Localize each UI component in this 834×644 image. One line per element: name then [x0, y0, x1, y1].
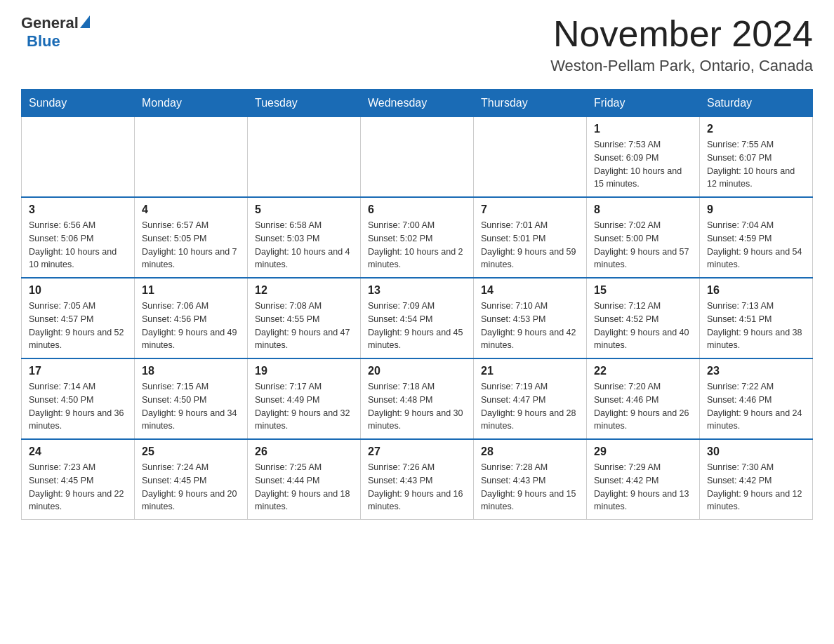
calendar-header-row: SundayMondayTuesdayWednesdayThursdayFrid…: [22, 90, 813, 117]
day-info: Sunrise: 7:53 AMSunset: 6:09 PMDaylight:…: [594, 138, 692, 191]
location-title: Weston-Pellam Park, Ontario, Canada: [550, 57, 813, 75]
day-info: Sunrise: 7:19 AMSunset: 4:47 PMDaylight:…: [481, 380, 579, 433]
day-number: 17: [29, 365, 127, 377]
calendar-table: SundayMondayTuesdayWednesdayThursdayFrid…: [21, 89, 813, 520]
day-cell: 30Sunrise: 7:30 AMSunset: 4:42 PMDayligh…: [700, 439, 813, 520]
day-cell: 7Sunrise: 7:01 AMSunset: 5:01 PMDaylight…: [474, 197, 587, 278]
header-saturday: Saturday: [700, 90, 813, 117]
day-number: 29: [594, 445, 692, 458]
day-info: Sunrise: 7:05 AMSunset: 4:57 PMDaylight:…: [29, 300, 127, 352]
day-info: Sunrise: 7:15 AMSunset: 4:50 PMDaylight:…: [142, 380, 240, 433]
day-number: 21: [481, 365, 579, 377]
day-cell: 26Sunrise: 7:25 AMSunset: 4:44 PMDayligh…: [248, 439, 361, 520]
day-cell: 1Sunrise: 7:53 AMSunset: 6:09 PMDaylight…: [587, 117, 700, 198]
day-number: 26: [255, 445, 353, 458]
day-info: Sunrise: 7:55 AMSunset: 6:07 PMDaylight:…: [707, 138, 805, 191]
day-cell: 21Sunrise: 7:19 AMSunset: 4:47 PMDayligh…: [474, 358, 587, 439]
day-number: 30: [707, 445, 805, 458]
day-info: Sunrise: 7:10 AMSunset: 4:53 PMDaylight:…: [481, 300, 579, 352]
day-info: Sunrise: 7:17 AMSunset: 4:49 PMDaylight:…: [255, 380, 353, 433]
logo-blue-text: Blue: [27, 32, 60, 50]
day-number: 13: [368, 284, 466, 297]
day-number: 1: [594, 123, 692, 135]
day-cell: 12Sunrise: 7:08 AMSunset: 4:55 PMDayligh…: [248, 278, 361, 358]
day-number: 24: [29, 445, 127, 458]
day-number: 25: [142, 445, 240, 458]
day-info: Sunrise: 7:26 AMSunset: 4:43 PMDaylight:…: [368, 461, 466, 514]
header-wednesday: Wednesday: [361, 90, 474, 117]
day-info: Sunrise: 7:25 AMSunset: 4:44 PMDaylight:…: [255, 461, 353, 514]
day-cell: 5Sunrise: 6:58 AMSunset: 5:03 PMDaylight…: [248, 197, 361, 278]
day-info: Sunrise: 7:18 AMSunset: 4:48 PMDaylight:…: [368, 380, 466, 433]
day-cell: 24Sunrise: 7:23 AMSunset: 4:45 PMDayligh…: [22, 439, 135, 520]
day-cell: 14Sunrise: 7:10 AMSunset: 4:53 PMDayligh…: [474, 278, 587, 358]
day-info: Sunrise: 7:20 AMSunset: 4:46 PMDaylight:…: [594, 380, 692, 433]
day-cell: 9Sunrise: 7:04 AMSunset: 4:59 PMDaylight…: [700, 197, 813, 278]
day-cell: 17Sunrise: 7:14 AMSunset: 4:50 PMDayligh…: [22, 358, 135, 439]
day-cell: 19Sunrise: 7:17 AMSunset: 4:49 PMDayligh…: [248, 358, 361, 439]
day-cell: [248, 117, 361, 198]
day-number: 9: [707, 203, 805, 216]
day-number: 22: [594, 365, 692, 377]
day-number: 7: [481, 203, 579, 216]
day-info: Sunrise: 7:02 AMSunset: 5:00 PMDaylight:…: [594, 219, 692, 271]
day-number: 5: [255, 203, 353, 216]
day-info: Sunrise: 7:23 AMSunset: 4:45 PMDaylight:…: [29, 461, 127, 514]
logo-general-text: General: [21, 14, 79, 32]
day-info: Sunrise: 7:00 AMSunset: 5:02 PMDaylight:…: [368, 219, 466, 271]
week-row-4: 17Sunrise: 7:14 AMSunset: 4:50 PMDayligh…: [22, 358, 813, 439]
day-cell: 16Sunrise: 7:13 AMSunset: 4:51 PMDayligh…: [700, 278, 813, 358]
day-cell: 2Sunrise: 7:55 AMSunset: 6:07 PMDaylight…: [700, 117, 813, 198]
header-thursday: Thursday: [474, 90, 587, 117]
day-info: Sunrise: 7:08 AMSunset: 4:55 PMDaylight:…: [255, 300, 353, 352]
day-number: 2: [707, 123, 805, 135]
day-info: Sunrise: 6:57 AMSunset: 5:05 PMDaylight:…: [142, 219, 240, 271]
day-info: Sunrise: 7:13 AMSunset: 4:51 PMDaylight:…: [707, 300, 805, 352]
day-info: Sunrise: 7:29 AMSunset: 4:42 PMDaylight:…: [594, 461, 692, 514]
day-cell: 15Sunrise: 7:12 AMSunset: 4:52 PMDayligh…: [587, 278, 700, 358]
day-number: 27: [368, 445, 466, 458]
day-number: 8: [594, 203, 692, 216]
day-info: Sunrise: 7:01 AMSunset: 5:01 PMDaylight:…: [481, 219, 579, 271]
header-friday: Friday: [587, 90, 700, 117]
day-number: 6: [368, 203, 466, 216]
day-info: Sunrise: 7:06 AMSunset: 4:56 PMDaylight:…: [142, 300, 240, 352]
header-tuesday: Tuesday: [248, 90, 361, 117]
day-cell: 28Sunrise: 7:28 AMSunset: 4:43 PMDayligh…: [474, 439, 587, 520]
day-number: 14: [481, 284, 579, 297]
day-info: Sunrise: 7:24 AMSunset: 4:45 PMDaylight:…: [142, 461, 240, 514]
day-cell: 4Sunrise: 6:57 AMSunset: 5:05 PMDaylight…: [135, 197, 248, 278]
day-cell: 27Sunrise: 7:26 AMSunset: 4:43 PMDayligh…: [361, 439, 474, 520]
day-cell: 18Sunrise: 7:15 AMSunset: 4:50 PMDayligh…: [135, 358, 248, 439]
title-block: November 2024 Weston-Pellam Park, Ontari…: [550, 14, 813, 75]
day-number: 15: [594, 284, 692, 297]
day-cell: 11Sunrise: 7:06 AMSunset: 4:56 PMDayligh…: [135, 278, 248, 358]
week-row-5: 24Sunrise: 7:23 AMSunset: 4:45 PMDayligh…: [22, 439, 813, 520]
day-cell: 13Sunrise: 7:09 AMSunset: 4:54 PMDayligh…: [361, 278, 474, 358]
day-info: Sunrise: 6:58 AMSunset: 5:03 PMDaylight:…: [255, 219, 353, 271]
day-number: 20: [368, 365, 466, 377]
day-info: Sunrise: 7:14 AMSunset: 4:50 PMDaylight:…: [29, 380, 127, 433]
header-monday: Monday: [135, 90, 248, 117]
day-cell: [135, 117, 248, 198]
day-cell: 6Sunrise: 7:00 AMSunset: 5:02 PMDaylight…: [361, 197, 474, 278]
day-cell: 8Sunrise: 7:02 AMSunset: 5:00 PMDaylight…: [587, 197, 700, 278]
header-sunday: Sunday: [22, 90, 135, 117]
day-cell: [361, 117, 474, 198]
month-title: November 2024: [550, 14, 813, 54]
day-number: 11: [142, 284, 240, 297]
day-number: 4: [142, 203, 240, 216]
logo: General Blue: [21, 14, 90, 51]
day-number: 16: [707, 284, 805, 297]
day-number: 10: [29, 284, 127, 297]
day-info: Sunrise: 7:30 AMSunset: 4:42 PMDaylight:…: [707, 461, 805, 514]
day-info: Sunrise: 7:28 AMSunset: 4:43 PMDaylight:…: [481, 461, 579, 514]
day-cell: 25Sunrise: 7:24 AMSunset: 4:45 PMDayligh…: [135, 439, 248, 520]
day-cell: [474, 117, 587, 198]
day-number: 23: [707, 365, 805, 377]
week-row-3: 10Sunrise: 7:05 AMSunset: 4:57 PMDayligh…: [22, 278, 813, 358]
day-cell: 23Sunrise: 7:22 AMSunset: 4:46 PMDayligh…: [700, 358, 813, 439]
week-row-2: 3Sunrise: 6:56 AMSunset: 5:06 PMDaylight…: [22, 197, 813, 278]
page-header: General Blue November 2024 Weston-Pellam…: [21, 14, 813, 75]
day-number: 12: [255, 284, 353, 297]
